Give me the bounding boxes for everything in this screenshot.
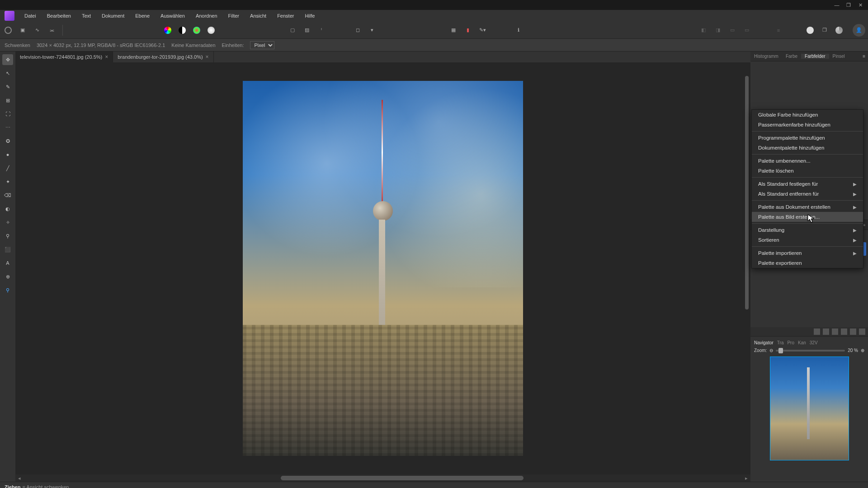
menu-palette-umbenennen[interactable]: Palette umbenennen... [752, 156, 863, 166]
menu-sortieren[interactable]: Sortieren▶ [752, 235, 863, 245]
window-close-button[interactable]: ✕ [854, 1, 866, 9]
menu-standard-festlegen[interactable]: Als Standard festlegen für▶ [752, 179, 863, 189]
menu-text[interactable]: Text [77, 11, 95, 20]
toolbar-brush-icon[interactable]: ✎▾ [477, 25, 488, 36]
navigator-thumbnail[interactable] [770, 357, 849, 460]
nav-tab-32v[interactable]: 32V [810, 340, 818, 345]
tool-smudge[interactable]: ⚲ [2, 230, 13, 241]
menu-palette-exportieren[interactable]: Palette exportieren [752, 258, 863, 268]
menu-fenster[interactable]: Fenster [273, 11, 298, 20]
menu-dokument[interactable]: Dokument [97, 11, 129, 20]
toolbar-quicklook-icon[interactable]: ◻ [352, 25, 363, 36]
tool-crop[interactable]: ⊞ [2, 95, 13, 106]
nav-tab-pro[interactable]: Pro [787, 340, 794, 345]
account-avatar-icon[interactable]: 👤 [853, 24, 865, 37]
menu-ebene[interactable]: Ebene [131, 11, 154, 20]
close-icon[interactable]: × [105, 54, 108, 60]
vertical-scrollbar[interactable] [745, 76, 750, 465]
tool-mesh[interactable]: ⊕ [2, 271, 13, 282]
toolbar-info-icon[interactable]: ℹ [513, 25, 524, 36]
toolbar-grid-icon[interactable]: ▦ [448, 25, 459, 36]
menu-datei[interactable]: Datei [20, 11, 41, 20]
toolbar-soft-icon[interactable] [206, 25, 217, 36]
status-action: Ziehen [5, 484, 20, 488]
tool-color-picker[interactable]: ✎ [2, 81, 13, 92]
tool-hand[interactable]: ✥ [2, 54, 13, 65]
toolbar-marquee-off-icon[interactable]: ▨ [302, 25, 312, 36]
layers-footer-buttons [750, 327, 868, 336]
panel-menu-button[interactable]: ≡ [860, 54, 868, 59]
toolbar-colorwheel-icon[interactable] [162, 25, 173, 36]
document-tab-2[interactable]: brandenburger-tor-201939.jpg (43.0%) × [113, 52, 213, 62]
window-titlebar: — ❐ ✕ [0, 0, 868, 10]
tool-zoom[interactable]: ⚲ [2, 285, 13, 296]
menu-ansicht[interactable]: Ansicht [245, 11, 271, 20]
window-minimize-button[interactable]: — [831, 1, 843, 9]
panel-tab-histogramm[interactable]: Histogramm [750, 54, 782, 59]
toolbar-text-select-icon[interactable]: ᴵ [316, 25, 327, 36]
menu-auswaehlen[interactable]: Auswählen [156, 11, 189, 20]
context-units-select[interactable]: Pixel [250, 41, 274, 49]
toolbar-cube-icon[interactable]: ▣ [17, 25, 28, 36]
tool-text[interactable]: A [2, 258, 13, 268]
menu-anordnen[interactable]: Anordnen [191, 11, 222, 20]
layer-mask-icon[interactable] [814, 328, 820, 335]
toolbar-target-icon[interactable] [3, 25, 14, 36]
menu-palette-aus-dokument[interactable]: Palette aus Dokument erstellen▶ [752, 202, 863, 212]
nav-tab-kan[interactable]: Kan [798, 340, 806, 345]
nav-tab-navigator[interactable]: Navigator [754, 340, 774, 345]
menu-hilfe[interactable]: Hilfe [300, 11, 319, 20]
horizontal-scrollbar[interactable]: ◂ ▸ [15, 474, 750, 482]
menu-dokumentpalette[interactable]: Dokumentpalette hinzufügen [752, 143, 863, 153]
menu-passermarkenfarbe[interactable]: Passermarkenfarbe hinzufügen [752, 120, 863, 130]
toolbar-assist-3-icon[interactable] [834, 25, 844, 36]
tool-flood[interactable]: ✪ [2, 136, 13, 146]
nav-tab-tra[interactable]: Tra [777, 340, 784, 345]
menu-darstellung[interactable]: Darstellung▶ [752, 225, 863, 235]
layer-adjust-icon[interactable] [823, 328, 829, 335]
toolbar-dropdown-icon[interactable]: ▾ [367, 25, 377, 36]
toolbar-flag-icon[interactable]: ▮ [462, 25, 473, 36]
toolbar-hue-icon[interactable] [191, 25, 202, 36]
toolbar-share-icon[interactable]: ⫘ [46, 25, 57, 36]
document-tab-1[interactable]: television-tower-7244801.jpg (20.5%) × [15, 52, 113, 62]
toolbar-assist-2-icon[interactable]: ❐ [819, 25, 830, 36]
toolbar-waveform-icon[interactable]: ∿ [32, 25, 42, 36]
toolbar-contrast-icon[interactable] [177, 25, 188, 36]
panel-tab-farbe[interactable]: Farbe [782, 54, 801, 59]
tool-selection[interactable]: ⛶ [2, 108, 13, 119]
window-maximize-button[interactable]: ❐ [843, 1, 854, 9]
canvas[interactable] [15, 62, 750, 474]
menu-filter[interactable]: Filter [224, 11, 244, 20]
menu-palette-loeschen[interactable]: Palette löschen [752, 166, 863, 176]
menu-programmpalette[interactable]: Programmpalette hinzufügen [752, 133, 863, 143]
tool-dodge[interactable]: ◐ [2, 203, 13, 214]
menu-globale-farbe[interactable]: Globale Farbe hinzufügen [752, 110, 863, 120]
submenu-arrow-icon: ▶ [853, 205, 857, 210]
tools-panel: ✥ ↖ ✎ ⊞ ⛶ ⋯ ✪ ● ╱ ✦ ⌫ ◐ ✧ ⚲ ⬛ A ⊕ ⚲ [0, 52, 15, 482]
zoom-in-button[interactable]: ⊕ [861, 348, 864, 353]
layer-group-icon[interactable] [841, 328, 847, 335]
layer-fx-icon[interactable] [832, 328, 838, 335]
tool-brush[interactable]: ● [2, 149, 13, 160]
zoom-slider[interactable] [776, 350, 845, 352]
panel-tab-pinsel[interactable]: Pinsel [829, 54, 849, 59]
zoom-out-button[interactable]: ⊖ [769, 348, 773, 353]
close-icon[interactable]: × [206, 54, 209, 60]
menu-palette-importieren[interactable]: Palette importieren▶ [752, 248, 863, 258]
navigator-panel: Navigator Tra Pro Kan 32V Zoom: ⊖ 20 % ⊕ [750, 337, 868, 463]
layer-add-icon[interactable] [850, 328, 856, 335]
tool-move[interactable]: ↖ [2, 68, 13, 79]
tool-heal[interactable]: ✦ [2, 176, 13, 187]
toolbar-marquee-icon[interactable]: ▢ [287, 25, 298, 36]
layer-delete-icon[interactable] [859, 328, 865, 335]
tool-line[interactable]: ╱ [2, 163, 13, 174]
tool-clone[interactable]: ✧ [2, 217, 13, 228]
toolbar-assist-1-icon[interactable] [805, 25, 816, 36]
menu-standard-entfernen[interactable]: Als Standard entfernen für▶ [752, 189, 863, 199]
menu-bearbeiten[interactable]: Bearbeiten [42, 11, 75, 20]
tool-marquee[interactable]: ⋯ [2, 122, 13, 133]
panel-tab-farbfelder[interactable]: Farbfelder [801, 54, 829, 59]
tool-erase[interactable]: ⌫ [2, 190, 13, 201]
tool-shape[interactable]: ⬛ [2, 244, 13, 255]
